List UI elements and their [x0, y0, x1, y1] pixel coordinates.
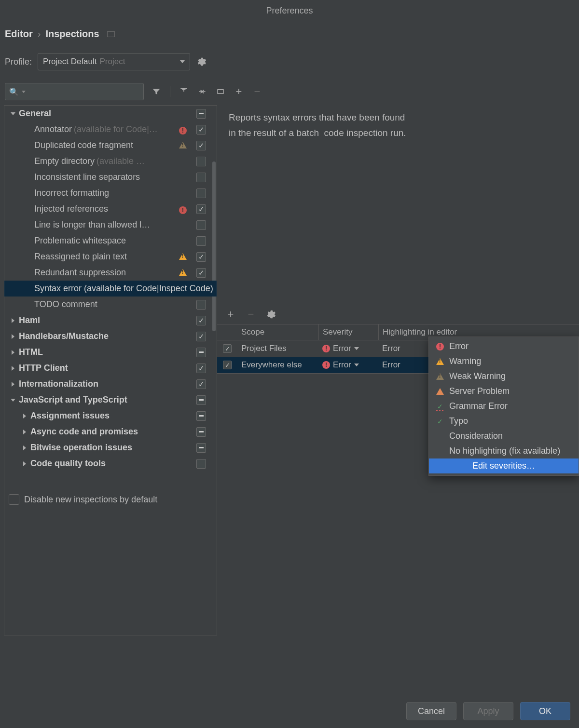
tree-category[interactable]: Handlebars/Mustache — [4, 328, 217, 344]
checkbox-mixed[interactable] — [196, 395, 206, 405]
tree-item[interactable]: Problematic whitespace — [4, 233, 217, 249]
profile-dropdown[interactable]: Project Default Project — [38, 53, 190, 70]
breadcrumb-inspections[interactable]: Inspections — [45, 28, 99, 40]
severity-option-weak-warning[interactable]: Weak Warning — [429, 369, 579, 384]
filter-icon[interactable] — [151, 86, 162, 97]
checkbox[interactable] — [196, 332, 206, 341]
chevron-right-icon — [21, 414, 28, 418]
checkbox[interactable] — [196, 204, 206, 214]
checkbox[interactable] — [223, 344, 232, 353]
tree-category[interactable]: Haml — [4, 312, 217, 328]
tree-item[interactable]: Injected references — [4, 201, 217, 217]
search-input[interactable]: 🔍 — [5, 83, 144, 100]
reset-icon[interactable] — [107, 31, 115, 37]
severity-option-consideration[interactable]: Consideration — [429, 429, 579, 444]
checkbox[interactable] — [196, 268, 206, 278]
remove-icon[interactable]: − — [251, 86, 263, 97]
tree-category[interactable]: Internationalization — [4, 376, 217, 392]
tree-subcategory[interactable]: Async code and promises — [4, 424, 217, 440]
checkbox-mixed[interactable] — [196, 348, 206, 357]
tree-item[interactable]: TODO comment — [4, 297, 217, 312]
severity-option-server-problem[interactable]: Server Problem — [429, 384, 579, 399]
chevron-right-icon — [9, 318, 17, 323]
chevron-right-icon — [21, 445, 28, 450]
category-label: General — [19, 108, 51, 119]
reset-defaults-icon[interactable] — [215, 86, 226, 97]
severity-cell[interactable]: Error — [318, 344, 378, 353]
cancel-button[interactable]: Cancel — [406, 702, 456, 720]
remove-scope-icon[interactable]: − — [245, 309, 257, 320]
gear-icon[interactable] — [265, 309, 276, 320]
add-icon[interactable]: + — [233, 86, 245, 97]
severity-option-grammar-error[interactable]: Grammar Error — [429, 399, 579, 414]
disable-new-checkbox[interactable] — [9, 494, 19, 505]
inspection-tree[interactable]: General Annotator (available for Code|… … — [4, 105, 217, 635]
warning-icon — [179, 269, 188, 277]
category-label: Haml — [19, 315, 40, 325]
tree-category-js[interactable]: JavaScript and TypeScript — [4, 392, 217, 408]
checkbox[interactable] — [196, 157, 206, 166]
add-scope-icon[interactable]: + — [225, 309, 236, 320]
tree-item[interactable]: Annotator (available for Code|… — [4, 121, 217, 137]
desc-line: code inspection run. — [324, 128, 406, 138]
checkbox[interactable] — [196, 364, 206, 373]
checkbox[interactable] — [196, 379, 206, 389]
tree-category-general[interactable]: General — [4, 106, 217, 121]
collapse-all-icon[interactable] — [196, 86, 208, 97]
checkbox[interactable] — [196, 459, 206, 469]
error-icon — [436, 343, 444, 351]
gear-icon[interactable] — [196, 56, 207, 67]
tree-item-selected[interactable]: Syntax error (available for Code|Inspect… — [4, 281, 217, 297]
checkbox[interactable] — [196, 220, 206, 230]
tree-subcategory[interactable]: Bitwise operation issues — [4, 440, 217, 456]
ok-button[interactable]: OK — [520, 702, 570, 720]
error-icon — [179, 205, 188, 214]
checkbox[interactable] — [196, 300, 206, 310]
checkbox-mixed[interactable] — [196, 443, 206, 453]
scope-cell: Project Files — [237, 344, 318, 353]
tree-subcategory[interactable]: Code quality tools — [4, 456, 217, 472]
tree-category[interactable]: HTTP Client — [4, 360, 217, 376]
tree-item[interactable]: Empty directory (available … — [4, 153, 217, 169]
tree-category[interactable]: HTML — [4, 344, 217, 360]
checkbox[interactable] — [196, 173, 206, 182]
weak-warning-icon — [179, 141, 188, 150]
tree-item[interactable]: Duplicated code fragment — [4, 137, 217, 153]
checkbox[interactable] — [223, 361, 232, 369]
checkbox[interactable] — [196, 189, 206, 198]
checkbox-mixed[interactable] — [196, 427, 206, 437]
separator — [170, 86, 170, 97]
error-icon — [322, 361, 330, 369]
checkbox[interactable] — [196, 252, 206, 262]
checkbox-mixed[interactable] — [196, 109, 206, 119]
tree-subcategory[interactable]: Assignment issues — [4, 408, 217, 424]
option-label: Error — [449, 341, 469, 351]
severity-menu[interactable]: Error Warning Weak Warning Server Proble… — [428, 337, 579, 476]
category-label: Internationalization — [19, 379, 98, 389]
severity-option-warning[interactable]: Warning — [429, 354, 579, 369]
option-label: Consideration — [449, 431, 503, 441]
tree-item[interactable]: Reassigned to plain text — [4, 249, 217, 265]
item-label: Problematic whitespace — [34, 236, 126, 246]
severity-option-edit[interactable]: Edit severities… — [429, 458, 579, 473]
severity-option-error[interactable]: Error — [429, 339, 579, 354]
tree-item[interactable]: Inconsistent line separators — [4, 169, 217, 185]
checkbox[interactable] — [196, 125, 206, 135]
severity-option-no-highlighting[interactable]: No highlighting (fix available) — [429, 444, 579, 458]
category-label: Handlebars/Mustache — [19, 331, 109, 341]
tree-item[interactable]: Redundant suppression — [4, 265, 217, 281]
checkbox[interactable] — [196, 316, 206, 325]
tree-item[interactable]: Incorrect formatting — [4, 185, 217, 201]
checkbox[interactable] — [196, 236, 206, 246]
description-panel: Reports syntax errors that have been fou… — [217, 105, 579, 635]
checkbox[interactable] — [196, 141, 206, 150]
apply-button[interactable]: Apply — [463, 702, 513, 720]
severity-option-typo[interactable]: Typo — [429, 414, 579, 429]
item-label: Redundant suppression — [34, 268, 126, 278]
severity-cell[interactable]: Error — [318, 360, 378, 370]
chevron-down-icon — [354, 364, 359, 366]
checkbox-mixed[interactable] — [196, 411, 206, 421]
breadcrumb-editor[interactable]: Editor — [5, 28, 33, 40]
expand-all-icon[interactable] — [178, 86, 190, 97]
tree-item[interactable]: Line is longer than allowed l… — [4, 217, 217, 233]
